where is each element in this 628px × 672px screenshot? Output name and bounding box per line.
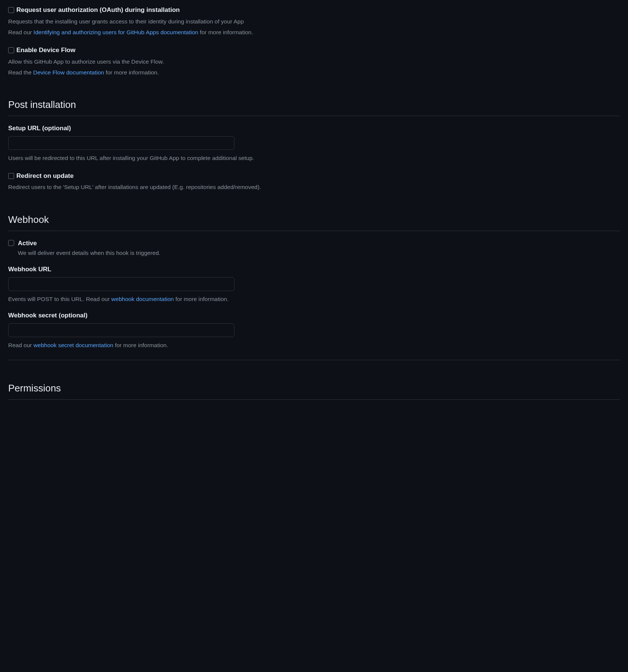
device-flow-desc: Allow this GitHub App to authorize users…: [8, 57, 620, 66]
webhook-secret-desc-prefix: Read our: [8, 342, 33, 348]
oauth-request-doc-line: Read our Identifying and authorizing use…: [8, 28, 620, 36]
oauth-request-label[interactable]: Request user authorization (OAuth) durin…: [16, 5, 180, 15]
webhook-active-checkbox[interactable]: [8, 240, 14, 246]
webhook-secret-desc-suffix: for more information.: [113, 342, 168, 348]
setup-url-label: Setup URL (optional): [8, 124, 620, 133]
webhook-secret-doc-link[interactable]: webhook secret documentation: [33, 342, 113, 348]
webhook-secret-input[interactable]: [8, 323, 234, 337]
permissions-heading: Permissions: [8, 381, 620, 400]
webhook-active-group: Active We will deliver event details whe…: [8, 239, 620, 257]
webhook-active-desc: We will deliver event details when this …: [18, 249, 160, 257]
oauth-request-desc: Requests that the installing user grants…: [8, 17, 620, 26]
webhook-divider: [8, 360, 620, 360]
redirect-on-update-desc: Redirect users to the 'Setup URL' after …: [8, 183, 620, 191]
webhook-url-desc-suffix: for more information.: [174, 296, 228, 302]
device-flow-doc-line: Read the Device Flow documentation for m…: [8, 68, 620, 77]
oauth-request-checkbox[interactable]: [8, 7, 14, 13]
webhook-secret-desc-line: Read our webhook secret documentation fo…: [8, 341, 620, 349]
webhook-url-input[interactable]: [8, 277, 234, 291]
setup-url-input[interactable]: [8, 136, 234, 150]
oauth-more-info: for more information.: [198, 29, 253, 35]
device-flow-doc-link[interactable]: Device Flow documentation: [33, 69, 104, 76]
redirect-on-update-checkbox[interactable]: [8, 173, 14, 179]
oauth-read-our: Read our: [8, 29, 33, 35]
oauth-doc-link[interactable]: Identifying and authorizing users for Gi…: [33, 29, 198, 35]
device-flow-checkbox[interactable]: [8, 47, 14, 53]
webhook-active-label[interactable]: Active: [18, 239, 160, 248]
post-installation-heading: Post installation: [8, 97, 620, 116]
device-flow-read-the: Read the: [8, 69, 33, 76]
webhook-url-doc-link[interactable]: webhook documentation: [111, 296, 174, 302]
redirect-on-update-label[interactable]: Redirect on update: [16, 171, 74, 181]
webhook-url-label: Webhook URL: [8, 265, 620, 274]
oauth-request-group: Request user authorization (OAuth) durin…: [8, 5, 620, 36]
webhook-secret-label: Webhook secret (optional): [8, 311, 620, 320]
device-flow-more-info: for more information.: [104, 69, 159, 76]
setup-url-desc: Users will be redirected to this URL aft…: [8, 154, 620, 162]
webhook-url-desc-prefix: Events will POST to this URL. Read our: [8, 296, 111, 302]
device-flow-group: Enable Device Flow Allow this GitHub App…: [8, 45, 620, 77]
webhook-heading: Webhook: [8, 212, 620, 231]
device-flow-label[interactable]: Enable Device Flow: [16, 45, 76, 55]
webhook-url-desc-line: Events will POST to this URL. Read our w…: [8, 295, 620, 303]
redirect-on-update-group: Redirect on update Redirect users to the…: [8, 171, 620, 192]
